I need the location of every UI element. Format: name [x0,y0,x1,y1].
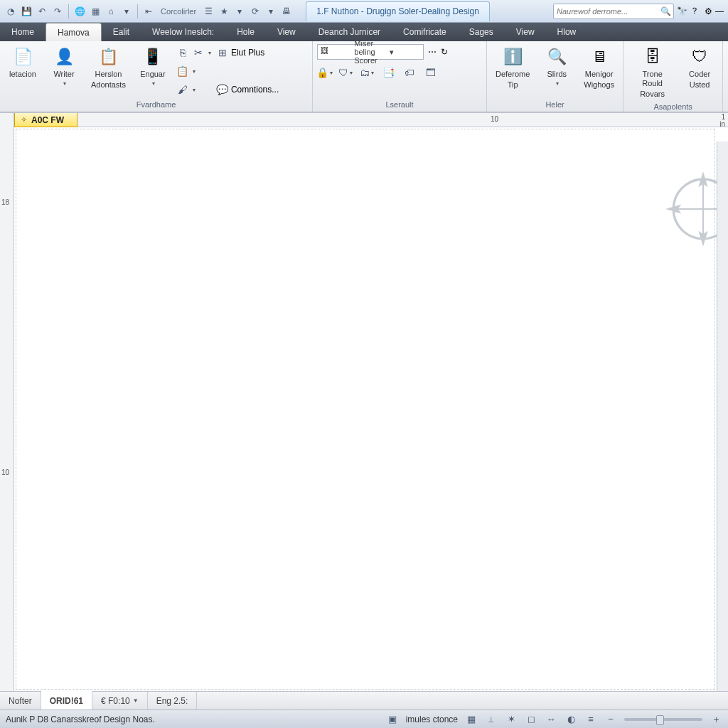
app-menu-icon[interactable]: ◔ [4,5,17,18]
trone-button[interactable]: 🗄 Trone Rould Rovars [628,44,677,101]
ribbon-group-fvardhame: 📄 letacion 👤 Writer ▾ 📋 Herslon Adontast… [0,41,313,112]
tab-sages[interactable]: Sages [458,23,505,41]
copy-icon[interactable]: ⎘ [176,46,190,60]
more-icon[interactable]: ⋯ [428,47,437,57]
active-sheet-tab[interactable]: ✧ A0C FW [14,113,77,127]
list-icon[interactable]: ☰ [202,5,215,18]
horizontal-ruler[interactable]: 10 1 in [14,113,728,127]
tab-hlow[interactable]: Hlow [546,23,588,41]
chevron-down-icon[interactable]: ▾ [193,68,196,75]
binoculars-icon[interactable]: 🔭 [677,6,687,16]
search-icon[interactable]: 🔍 [660,6,670,16]
gear-icon[interactable]: ⚙ [705,6,712,16]
letacion-button[interactable]: 📄 letacion [4,44,41,80]
minimize-icon[interactable]: — [715,6,724,16]
tab-weelow[interactable]: Weelow Ineslch: [141,23,225,41]
tab-comifricate[interactable]: Comifricate [392,23,458,41]
search-input[interactable] [557,7,660,16]
osnap-icon[interactable]: ◻ [525,713,537,726]
lwt-icon[interactable]: ≡ [584,713,597,726]
tab-hamova[interactable]: Hamova [46,23,102,41]
window-icon[interactable]: 🗔 [424,65,438,80]
tab-view2[interactable]: View [505,23,546,41]
snap-icon[interactable]: ▣ [386,713,399,726]
tab-f010[interactable]: € F0:10▼ [92,692,148,710]
layers-icon[interactable]: 🗂▾ [360,65,374,80]
chevron-down-icon[interactable]: ▾ [120,5,133,18]
elut-plus-button[interactable]: ⊞Elut Plus [215,44,294,61]
coder-button[interactable]: 🛡 Coder Usted [681,44,718,91]
brush-icon[interactable]: 🖌 [176,82,190,97]
tab-ealit[interactable]: Ealit [102,23,141,41]
device-icon: 📱 [141,46,164,68]
refresh-icon[interactable]: ↻ [441,47,448,57]
document-icon: 📄 [11,46,34,68]
tab-nofter[interactable]: Nofter [0,692,41,710]
save-icon[interactable]: 💾 [20,5,33,18]
deferome-button[interactable]: ℹ️ Deferome Tip [491,44,534,91]
drawing-canvas[interactable] [14,127,728,691]
shield-icon[interactable]: 🛡▾ [338,65,353,80]
chevron-down-icon[interactable]: ▾ [193,87,196,93]
picture-icon: 🖼 [321,46,351,58]
style-combo[interactable]: 🖼 Miser beling Scorer ▾ [317,44,424,60]
vertical-ruler[interactable]: 18 10 [0,113,14,691]
sync-icon[interactable]: ⟳ [249,5,262,18]
monitor-icon: 🖥 [588,46,611,68]
paste-icon[interactable]: 📋 [176,64,190,78]
printer-icon[interactable]: 🖶 [280,5,293,18]
arrow-left-icon[interactable]: ⇤ [142,5,155,18]
slirds-button[interactable]: 🔍 Slirds ▾ [538,44,575,88]
tab-orid[interactable]: ORID!61 [41,691,92,710]
grid-icon[interactable]: ▦ [89,5,102,18]
pin-icon: ✧ [21,115,27,124]
tab-home[interactable]: Home [0,23,46,41]
search-area: 🔍 🔭 ？ ⚙ — [553,4,728,19]
writer-button[interactable]: 👤 Writer ▾ [46,44,82,88]
group-label: Asapolents [628,101,718,114]
tab-view1[interactable]: View [266,23,307,41]
undo-icon[interactable]: ↶ [36,5,48,18]
separator [68,4,69,18]
quick-access-toolbar: ◔ 💾 ↶ ↷ 🌐 ▦ ⌂ ▾ ⇤ Corcolirler ☰ ★ ▾ ⟳ ▾ … [0,4,297,18]
ortho-icon[interactable]: ⟂ [485,713,498,726]
zoom-in-icon[interactable]: ＋ [710,713,722,726]
globe-icon[interactable]: 🌐 [73,5,86,18]
zoom-slider[interactable] [624,718,702,721]
chevron-down-icon: ▾ [152,80,155,87]
redo-icon[interactable]: ↷ [51,5,64,18]
title-bar: ◔ 💾 ↶ ↷ 🌐 ▦ ⌂ ▾ ⇤ Corcolirler ☰ ★ ▾ ⟳ ▾ … [0,0,728,23]
chevron-down-icon: ▼ [133,697,139,704]
chevron-down-icon: ▾ [63,80,66,87]
chevron-down-icon[interactable]: ▾ [233,5,246,18]
enguar-button[interactable]: 📱 Enguar ▾ [134,44,171,88]
ribbon-overflow [723,41,728,112]
search-box[interactable]: 🔍 [553,4,674,19]
vertical-scrollbar[interactable] [717,141,728,691]
tab-hole[interactable]: Hole [225,23,266,41]
ribbon-group-heler: ℹ️ Deferome Tip 🔍 Slirds ▾ 🖥 Menigor Wig… [487,41,623,112]
tab-eng[interactable]: Eng 2.5: [148,692,198,710]
tag-icon[interactable]: 🏷 [402,65,417,80]
ruler-tick: 10 [491,115,498,123]
workspace: 18 10 10 1 in ✧ A0C FW [0,112,728,691]
lock-icon[interactable]: 🔒▾ [317,65,331,80]
chevron-down-icon[interactable]: ▾ [264,5,277,18]
track-icon[interactable]: ↔ [545,713,557,726]
sheet-tabs-bar: Nofter ORID!61 € F0:10▼ Eng 2.5: [0,691,728,710]
sheet-icon[interactable]: 📑 [381,65,395,80]
menigor-button[interactable]: 🖥 Menigor Wighogs [579,44,619,91]
cut-icon[interactable]: ✂ [191,46,205,60]
info-icon: ℹ️ [501,46,524,68]
herslon-button[interactable]: 📋 Herslon Adontasts [87,44,130,91]
chevron-down-icon[interactable]: ▾ [208,50,211,56]
document-title-tab[interactable]: 1.F Nuthon - Drugign Soler-Dealing Desig… [306,1,490,21]
polar-icon[interactable]: ✶ [505,713,518,726]
home-icon[interactable]: ⌂ [105,5,117,18]
help-icon[interactable]: ？ [690,5,699,17]
zoom-out-icon[interactable]: − [604,713,617,726]
grid-snap-icon[interactable]: ▦ [465,713,478,726]
dyn-icon[interactable]: ◐ [564,713,577,726]
star-icon[interactable]: ★ [218,5,230,18]
comments-button[interactable]: 💬Comntions... [215,81,294,98]
